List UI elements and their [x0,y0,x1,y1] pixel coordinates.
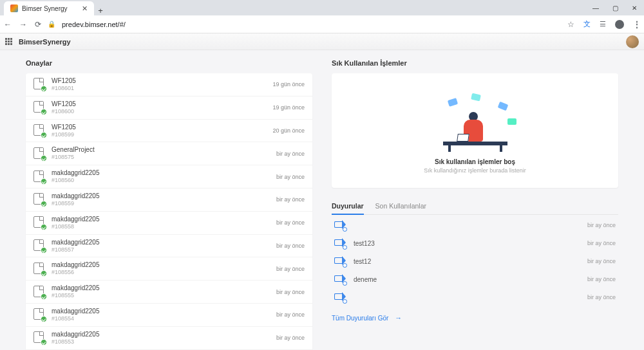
approval-row[interactable]: makdaggrid2205#108557bir ay önce [26,235,312,258]
approval-title: makdaggrid2205 [52,308,100,315]
approval-time: 19 gün önce [272,81,305,88]
approval-text: makdaggrid2205#108559 [52,192,100,207]
approval-text: GeneralProject#108575 [52,146,95,161]
approval-title: makdaggrid2205 [52,284,100,292]
tab-title: Bimser Synergy [22,5,68,12]
approval-title: makdaggrid2205 [52,216,100,223]
announcement-time: bir ay önce [587,294,616,300]
lock-icon[interactable]: 🔒 [48,21,55,28]
minimize-button[interactable]: ― [586,0,605,15]
approval-id: #108601 [52,85,76,92]
app-header: BimserSynergy [0,33,644,50]
maximize-button[interactable]: ▢ [605,0,625,15]
back-icon[interactable]: ← [4,20,12,29]
approval-time: bir ay önce [276,311,305,318]
approval-time: bir ay önce [276,243,305,249]
approvals-title: Onaylar [26,59,312,67]
avatar[interactable] [626,35,639,48]
approval-time: 19 gün önce [272,104,305,111]
announcement-row[interactable]: bir ay önce [332,288,618,306]
document-check-icon [33,308,45,321]
approval-id: #108555 [52,292,100,299]
document-check-icon [33,262,45,275]
approval-time: bir ay önce [276,266,305,272]
approval-time: bir ay önce [276,174,305,180]
approval-title: makdaggrid2205 [52,261,100,269]
url-text[interactable]: predev.bimser.net/#/ [62,21,561,28]
document-check-icon [33,147,45,160]
approval-title: makdaggrid2205 [52,331,100,338]
tab-announcements[interactable]: Duyurular [332,198,364,215]
approval-title: makdaggrid2205 [52,192,100,200]
arrow-right-icon: → [395,314,402,322]
apps-grid-icon[interactable] [5,38,12,45]
reading-list-icon[interactable]: ☰ [600,20,606,28]
empty-illustration [437,94,514,152]
forward-icon[interactable]: → [19,20,27,29]
megaphone-icon [334,275,346,284]
close-window-button[interactable]: ✕ [625,0,644,15]
announcement-row[interactable]: denemebir ay önce [332,270,618,288]
reload-icon[interactable]: ⟳ [35,20,41,29]
approval-title: WF1205 [52,124,76,131]
approval-row[interactable]: makdaggrid2205#108553bir ay önce [26,327,312,350]
megaphone-icon [334,239,346,248]
new-tab-button[interactable]: + [94,6,107,15]
approvals-list: WF1205#10860119 gün önceWF1205#10860019 … [26,73,312,350]
approval-title: WF1205 [52,77,76,85]
document-check-icon [33,78,45,91]
approvals-section: Onaylar WF1205#10860119 gün önceWF1205#1… [26,59,312,350]
approval-time: 20 gün önce [272,127,305,134]
frequent-empty-sub: Sık kullandığınız işlemler burada listen… [424,167,526,174]
approval-row[interactable]: makdaggrid2205#108560bir ay önce [26,165,312,189]
brand-title: BimserSynergy [19,38,71,46]
approval-text: makdaggrid2205#108558 [52,216,100,230]
document-check-icon [33,216,45,229]
approval-time: bir ay önce [276,219,305,226]
approval-title: makdaggrid2205 [52,169,100,177]
announcement-title: deneme [354,276,377,283]
menu-icon[interactable]: ⋮ [633,20,640,29]
approval-row[interactable]: makdaggrid2205#108558bir ay önce [26,212,312,235]
document-check-icon [33,170,45,183]
approval-row[interactable]: WF1205#10860119 gün önce [26,73,312,97]
favicon-icon [10,5,18,12]
main-content: Onaylar WF1205#10860119 gün önceWF1205#1… [0,50,644,350]
megaphone-icon [334,257,346,266]
approval-row[interactable]: WF1205#10860019 gün önce [26,97,312,120]
view-all-announcements-label: Tüm Duyuruları Gör [332,315,388,322]
announcement-time: bir ay önce [587,240,616,246]
approval-text: makdaggrid2205#108556 [52,261,100,276]
announcement-row[interactable]: bir ay önce [332,216,618,234]
approval-text: WF1205#108599 [52,124,76,138]
announcement-title: test12 [354,258,371,265]
approval-time: bir ay önce [276,196,305,203]
announcement-row[interactable]: test12bir ay önce [332,252,618,270]
tabs: Duyurular Son Kullanılanlar [332,198,618,215]
approval-row[interactable]: makdaggrid2205#108554bir ay önce [26,304,312,327]
approval-text: WF1205#108601 [52,77,76,92]
approval-text: makdaggrid2205#108553 [52,331,100,345]
document-check-icon [33,331,45,344]
announcement-row[interactable]: test123bir ay önce [332,234,618,252]
browser-tab[interactable]: Bimser Synergy ✕ [4,1,94,15]
browser-tab-bar: Bimser Synergy ✕ + [0,0,644,15]
approval-time: bir ay önce [276,151,305,157]
document-check-icon [33,239,45,252]
approval-row[interactable]: WF1205#10859920 gün önce [26,120,312,143]
view-all-announcements[interactable]: Tüm Duyuruları Gör → [332,314,618,322]
approval-id: #108599 [52,131,76,138]
approval-row[interactable]: makdaggrid2205#108555bir ay önce [26,281,312,304]
approval-row[interactable]: makdaggrid2205#108559bir ay önce [26,189,312,212]
translate-icon[interactable]: 文 [583,19,591,29]
approval-id: #108553 [52,338,100,345]
close-tab-icon[interactable]: ✕ [82,5,88,13]
bookmark-icon[interactable]: ☆ [567,20,574,29]
approval-id: #108557 [52,246,100,253]
tab-recent[interactable]: Son Kullanılanlar [375,198,426,214]
approval-row[interactable]: makdaggrid2205#108556bir ay önce [26,257,312,281]
profile-icon[interactable] [615,20,624,29]
addr-right-icons: ☆ 文 ☰ ⋮ [567,19,640,29]
approval-row[interactable]: GeneralProject#108575bir ay önce [26,142,312,165]
frequent-empty-title: Sık kullanılan işlemler boş [435,158,515,165]
